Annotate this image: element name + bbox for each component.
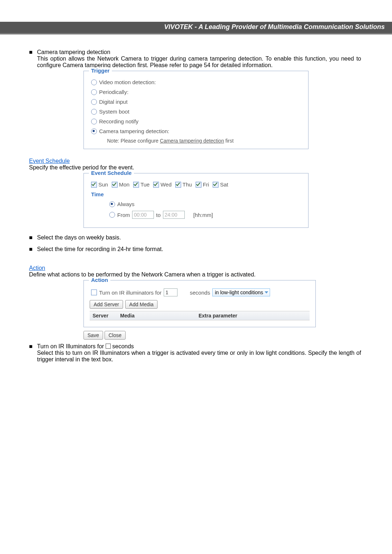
- btn-row: Add Server Add Media: [90, 300, 310, 309]
- legend-schedule: Event Schedule: [89, 170, 134, 176]
- ir-post: seconds: [111, 343, 134, 349]
- opt-recording-notify[interactable]: Recording notify: [91, 118, 302, 124]
- bullet-mark: ■: [29, 343, 37, 350]
- th-media: Media: [117, 311, 196, 320]
- lbl-sun: Sun: [98, 181, 108, 188]
- lbl-mon: Mon: [119, 181, 130, 188]
- lbl-ir: Turn on IR illuminators for: [99, 290, 162, 296]
- opt-camera-tampering[interactable]: Camera tampering detection:: [91, 128, 302, 134]
- bullet-text: Select the days on weekly basis.: [37, 234, 121, 241]
- chk-sat[interactable]: [213, 182, 219, 188]
- chk-sun[interactable]: [91, 182, 97, 188]
- bullet-title: Camera tampering detection: [37, 49, 110, 56]
- lbl-wed: Wed: [160, 181, 172, 188]
- fieldset-schedule: Event Schedule Sun Mon Tue Wed Thu Fri S…: [83, 173, 309, 228]
- opt-label: System boot: [99, 108, 129, 115]
- ir-input[interactable]: 1: [164, 288, 177, 296]
- bullet-text: Select the time for recording in 24-hr t…: [37, 246, 163, 253]
- ir-row: Turn on IR illuminators for 1 seconds in…: [91, 288, 310, 296]
- legend-trigger: Trigger: [89, 67, 112, 74]
- add-server-button[interactable]: Add Server: [90, 300, 123, 309]
- days-row: Sun Mon Tue Wed Thu Fri Sat: [91, 181, 302, 188]
- ir-select[interactable]: in low-light conditions: [212, 288, 270, 296]
- bullet-select-days: ■ Select the days on weekly basis.: [29, 234, 361, 241]
- section-event-schedule: Event Schedule: [29, 158, 361, 164]
- bullet-ir: ■ Turn on IR Illuminators for seconds: [29, 343, 361, 350]
- page-content: ■ Camera tampering detection This option…: [0, 34, 392, 363]
- chk-fri[interactable]: [196, 182, 201, 188]
- chk-ir[interactable]: [91, 290, 97, 295]
- trigger-note: Note: Please configure Camera tampering …: [107, 138, 302, 144]
- section-action: Action: [29, 265, 361, 271]
- add-media-button[interactable]: Add Media: [125, 300, 158, 309]
- opt-label: Recording notify: [99, 118, 138, 124]
- lbl-seconds: seconds: [190, 290, 210, 296]
- radio-icon: [91, 128, 97, 134]
- save-button[interactable]: Save: [83, 331, 103, 340]
- figure-trigger: Trigger Video motion detection: Periodic…: [83, 71, 309, 149]
- lbl-always: Always: [117, 201, 135, 207]
- bullet-camera-tampering: ■ Camera tampering detection: [29, 49, 361, 56]
- lbl-hhmm: [hh:mm]: [193, 212, 213, 218]
- from-input[interactable]: 00:00: [132, 211, 154, 219]
- fieldset-action: Action Turn on IR illuminators for 1 sec…: [83, 280, 316, 327]
- opt-label: Camera tampering detection:: [99, 128, 169, 134]
- fieldset-trigger: Trigger Video motion detection: Periodic…: [83, 71, 309, 149]
- title-action: Action: [29, 265, 45, 271]
- figure-action: Action Turn on IR illuminators for 1 sec…: [83, 280, 316, 340]
- lbl-to: to: [156, 212, 161, 218]
- opt-label: Video motion detection:: [99, 79, 156, 85]
- opt-label: Periodically:: [99, 89, 128, 95]
- chk-thu[interactable]: [175, 182, 181, 188]
- para-event-schedule: Specify the effective period for the eve…: [29, 164, 361, 171]
- bullet-text-ir: Turn on IR Illuminators for seconds: [37, 343, 134, 350]
- chk-wed[interactable]: [153, 182, 159, 188]
- bullet-mark: ■: [29, 246, 37, 253]
- chevron-down-icon: [265, 291, 268, 294]
- radio-icon: [91, 99, 97, 105]
- chk-tue[interactable]: [133, 182, 139, 188]
- radio-icon: [91, 79, 97, 85]
- checkbox-icon: [106, 344, 111, 349]
- header-title: VIVOTEK - A Leading Provider of Multimed…: [164, 23, 385, 30]
- opt-video-motion[interactable]: Video motion detection:: [91, 79, 302, 85]
- header-banner: VIVOTEK - A Leading Provider of Multimed…: [0, 22, 392, 34]
- time-label: Time: [91, 191, 302, 197]
- to-input[interactable]: 24:00: [163, 211, 185, 219]
- save-close-row: Save Close: [83, 331, 316, 340]
- chk-mon[interactable]: [112, 182, 118, 188]
- note-post: first: [224, 138, 233, 144]
- para-ir: Select this to turn on IR Illuminators w…: [37, 350, 361, 363]
- bullet-mark: ■: [29, 49, 37, 56]
- table-header: Server Media Extra parameter: [90, 311, 310, 320]
- lbl-fri: Fri: [203, 181, 209, 188]
- lbl-from: From: [117, 212, 130, 218]
- opt-from[interactable]: From 00:00 to 24:00 [hh:mm]: [109, 211, 302, 219]
- figure-schedule: Event Schedule Sun Mon Tue Wed Thu Fri S…: [83, 173, 309, 228]
- bullet-select-time: ■ Select the time for recording in 24-hr…: [29, 246, 361, 253]
- th-server: Server: [90, 311, 117, 320]
- bullet-mark: ■: [29, 234, 37, 241]
- sel-value: in low-light conditions: [215, 290, 263, 295]
- radio-icon: [109, 212, 115, 218]
- radio-icon: [91, 89, 97, 95]
- opt-periodically[interactable]: Periodically:: [91, 89, 302, 95]
- opt-always[interactable]: Always: [109, 201, 302, 207]
- radio-icon: [91, 109, 97, 115]
- note-pre: Note: Please configure: [107, 138, 160, 144]
- ir-pre: Turn on IR Illuminators for: [37, 343, 106, 349]
- legend-action: Action: [89, 277, 110, 283]
- radio-icon: [91, 119, 97, 124]
- th-extra: Extra parameter: [196, 311, 310, 320]
- close-button[interactable]: Close: [105, 331, 126, 340]
- link-camera-tampering[interactable]: Camera tampering detection: [160, 138, 224, 144]
- title-event-schedule: Event Schedule: [29, 158, 70, 164]
- opt-digital-input[interactable]: Digital input: [91, 99, 302, 105]
- para-action: Define what actions to be performed by t…: [29, 271, 361, 278]
- para-camera-tampering: This option allows the Network Camera to…: [37, 56, 361, 69]
- lbl-thu: Thu: [183, 181, 192, 188]
- opt-label: Digital input: [99, 99, 127, 105]
- radio-icon: [109, 201, 115, 207]
- opt-system-boot[interactable]: System boot: [91, 108, 302, 115]
- lbl-sat: Sat: [220, 181, 228, 188]
